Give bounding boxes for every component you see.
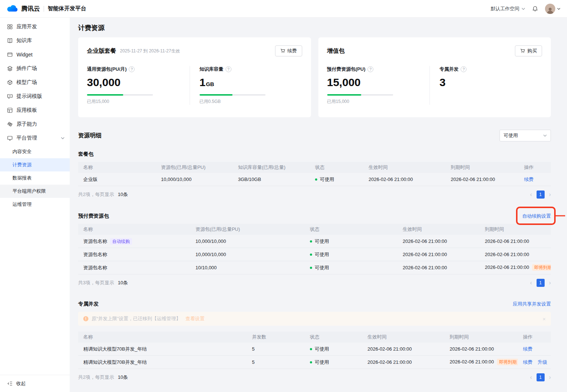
cell-name: 资源包名称 bbox=[78, 248, 190, 261]
column-header: 状态 bbox=[305, 332, 362, 343]
column-header: 到期时间 bbox=[480, 224, 551, 235]
column-header: 状态 bbox=[305, 224, 398, 235]
cell-resource: 10,000/10,000 bbox=[156, 173, 233, 186]
avatar bbox=[545, 4, 555, 14]
pagination: 共2项，每页显示10条 ‹ 1 › bbox=[78, 186, 551, 203]
auto-renew-settings-link[interactable]: 自动续购设置 bbox=[522, 213, 551, 219]
sidebar-subitem-content-safety[interactable]: 内容安全 bbox=[0, 145, 70, 158]
package-section-title: 套餐包 bbox=[78, 151, 551, 158]
sidebar-item-app-dev[interactable]: 应用开发 bbox=[0, 20, 70, 34]
info-icon: ! bbox=[83, 316, 88, 321]
pagination-summary: 共3项，每页显示 bbox=[78, 280, 114, 285]
renew-link[interactable]: 续费 bbox=[523, 346, 533, 352]
column-header: 状态 bbox=[310, 162, 363, 173]
cart-icon bbox=[280, 48, 285, 53]
chevron-down-icon bbox=[543, 134, 547, 137]
brand-name: 腾讯云 bbox=[21, 4, 40, 13]
column-header: 操作 bbox=[519, 162, 551, 173]
cell-start-time: 2026-02-06 21:00:00 bbox=[362, 343, 445, 356]
status-text: 可使用 bbox=[315, 359, 329, 365]
sidebar-subitem-platform-user-permissions[interactable]: 平台端用户权限 bbox=[0, 185, 70, 198]
renew-link[interactable]: 续费 bbox=[524, 177, 534, 182]
sidebar: 应用开发 知识库 Widget 插件广场 模型广场 提示词模版 应用模板 原子 bbox=[0, 18, 70, 392]
header-divider bbox=[44, 6, 44, 12]
sidebar-item-model-market[interactable]: 模型广场 bbox=[0, 75, 70, 89]
user-menu[interactable] bbox=[545, 4, 560, 14]
column-header: 名称 bbox=[78, 332, 247, 343]
sidebar-subitem-billing-resources[interactable]: 计费资源 bbox=[0, 158, 70, 171]
next-page-arrow[interactable]: › bbox=[549, 374, 551, 380]
column-header: 生效时间 bbox=[362, 332, 445, 343]
help-icon[interactable]: ? bbox=[461, 66, 467, 72]
status-dot bbox=[310, 254, 312, 256]
sidebar-item-label: 应用开发 bbox=[17, 23, 37, 30]
sidebar-item-label: 平台管理 bbox=[17, 135, 37, 141]
sidebar-item-app-templates[interactable]: 应用模板 bbox=[0, 103, 70, 117]
metric-used: 已用0.5GB bbox=[200, 99, 302, 105]
chevron-down-icon bbox=[61, 137, 65, 139]
sidebar-collapse-button[interactable]: 收起 bbox=[0, 375, 70, 392]
metric-used: 已用15,000 bbox=[87, 99, 190, 105]
cell-resource: 10,000/10,000 bbox=[190, 235, 305, 248]
prepaid-section: 预付费资源包 自动续购设置 名称 资源包(已用/总量PU) 状态 生效时间 到期… bbox=[78, 212, 551, 291]
pagination-summary: 共2项，每页显示 bbox=[78, 374, 114, 380]
cell-name: 精调知识大模型70B并发_年结 bbox=[78, 356, 247, 369]
metric-value: 1 bbox=[200, 76, 206, 88]
upgrade-link[interactable]: 升级 bbox=[538, 359, 547, 365]
cube-icon bbox=[7, 79, 13, 85]
sidebar-item-widget[interactable]: Widget bbox=[0, 48, 70, 62]
prev-page-arrow[interactable]: ‹ bbox=[530, 374, 532, 380]
expiring-soon-badge: 即将到期 bbox=[532, 264, 551, 271]
current-page[interactable]: 1 bbox=[537, 279, 545, 287]
page-size-selector[interactable]: 10条 bbox=[118, 374, 128, 380]
help-icon[interactable]: ? bbox=[129, 66, 135, 72]
package-section: 套餐包 名称 资源包(已用/总量PU) 知识库容量(已用/总量) 状态 生效时间… bbox=[78, 151, 551, 203]
metric-prepaid-resource-pack: 预付费资源包(PU) ? 15,000 已用15,000 bbox=[327, 66, 430, 105]
next-page-arrow[interactable]: › bbox=[549, 192, 551, 197]
progress-bar bbox=[327, 94, 393, 96]
template-icon bbox=[7, 107, 13, 113]
shared-concurrency-settings-link[interactable]: 应用共享并发设置 bbox=[513, 301, 551, 307]
sidebar-item-atomic-capabilities[interactable]: 原子能力 bbox=[0, 117, 70, 131]
progress-bar bbox=[200, 94, 266, 96]
sidebar-item-plugin-market[interactable]: 插件广场 bbox=[0, 62, 70, 75]
close-icon[interactable]: × bbox=[542, 316, 546, 322]
cell-start-time: 2026-02-06 21:00:00 bbox=[363, 173, 446, 186]
sidebar-subitem-data-reports[interactable]: 数据报表 bbox=[0, 171, 70, 185]
sidebar-item-knowledge-base[interactable]: 知识库 bbox=[0, 34, 70, 48]
status-dot bbox=[310, 361, 312, 363]
workspace-selector[interactable]: 默认工作空间 bbox=[491, 5, 525, 12]
cell-status: 可使用 bbox=[305, 235, 398, 248]
cell-actions: 续费升级 bbox=[518, 356, 551, 369]
renew-plan-button[interactable]: 续费 bbox=[275, 45, 302, 56]
table-row: 企业版 10,000/10,000 3GB/10GB 可使用 2026-02-0… bbox=[78, 173, 551, 186]
prev-page-arrow[interactable]: ‹ bbox=[530, 280, 532, 286]
card-title: 企业版套餐 bbox=[87, 47, 116, 55]
sidebar-item-prompt-templates[interactable]: 提示词模版 bbox=[0, 89, 70, 103]
help-icon[interactable]: ? bbox=[367, 66, 373, 72]
prev-page-arrow[interactable]: ‹ bbox=[530, 192, 532, 197]
current-page[interactable]: 1 bbox=[537, 373, 545, 381]
view-settings-link[interactable]: 查看设置 bbox=[186, 315, 205, 322]
purchase-button[interactable]: 购买 bbox=[515, 45, 542, 56]
notification-bell-icon[interactable] bbox=[532, 5, 538, 12]
cell-resource: 10/10,000 bbox=[190, 261, 305, 274]
column-header: 资源包(已用/总量PU) bbox=[190, 224, 305, 235]
cell-start-time: 2026-02-06 21:00:00 bbox=[398, 248, 480, 261]
current-page[interactable]: 1 bbox=[537, 191, 545, 199]
cell-end-time: 2026-02-06 21:00:00 bbox=[446, 173, 519, 186]
metric-unit: GB bbox=[206, 81, 214, 87]
migration-notice-banner: ! 原“并发上限”设置，已迁移到【运维管理】 查看设置 × bbox=[78, 312, 551, 326]
next-page-arrow[interactable]: › bbox=[549, 280, 551, 286]
banner-text: 原“并发上限”设置，已迁移到【运维管理】 bbox=[92, 315, 181, 322]
sidebar-subitem-ops-management[interactable]: 运维管理 bbox=[0, 198, 70, 211]
status-dot bbox=[310, 267, 312, 269]
monitor-icon bbox=[7, 135, 13, 141]
page-size-selector[interactable]: 10条 bbox=[118, 280, 128, 285]
card-title: 增值包 bbox=[327, 47, 345, 55]
sidebar-item-platform-management[interactable]: 平台管理 bbox=[0, 131, 70, 145]
renew-link[interactable]: 续费 bbox=[523, 359, 533, 365]
page-size-selector[interactable]: 10条 bbox=[118, 192, 128, 197]
status-filter-select[interactable]: 可使用 bbox=[500, 130, 551, 141]
help-icon[interactable]: ? bbox=[226, 66, 231, 72]
